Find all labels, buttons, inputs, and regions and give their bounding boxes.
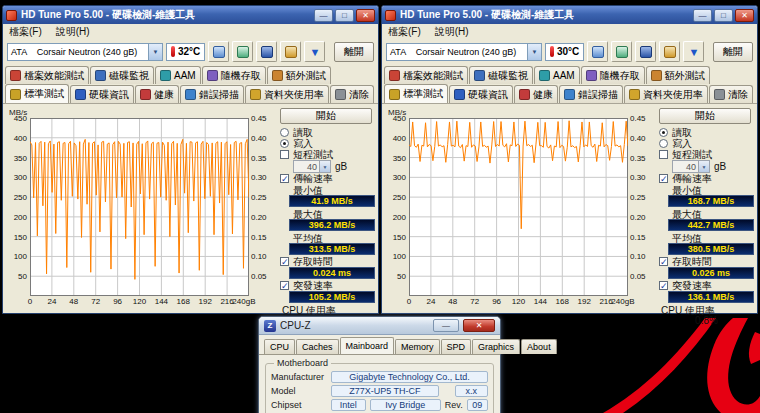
tab-label: 錯誤掃描 — [199, 88, 239, 102]
start-button[interactable]: 開始 — [659, 108, 751, 124]
minimize-button[interactable] — [433, 319, 459, 332]
chevron-down-icon[interactable] — [148, 44, 162, 60]
chevron-down-icon[interactable] — [527, 44, 541, 60]
tab-label: 清除 — [349, 88, 369, 102]
close-button[interactable] — [356, 9, 375, 22]
tab-extra-tests[interactable]: 額外測試 — [267, 66, 331, 84]
tab-info[interactable]: 硬碟資訊 — [70, 85, 134, 103]
avg-value: 313.5 MB/s — [289, 243, 375, 255]
cpuz-tab-graphics[interactable]: Graphics — [472, 339, 520, 354]
short-stroke-checkbox[interactable]: 短程測試 — [280, 149, 375, 160]
cpuz-tab-about[interactable]: About — [521, 339, 557, 354]
drive-select[interactable]: ATA Corsair Neutron (240 gB) — [386, 43, 542, 61]
transfer-rate-checkbox[interactable]: 傳輸速率 — [280, 173, 375, 184]
tab-aam[interactable]: AAM — [534, 66, 580, 84]
maximize-button[interactable] — [714, 9, 733, 22]
menu-help[interactable]: 說明(H) — [435, 25, 469, 39]
tab-label: 標準測試 — [403, 87, 443, 101]
y-axis-left-labels: 45040035030025020015010050 — [385, 118, 408, 296]
y-axis-tick: 350 — [393, 154, 406, 163]
tab-benchmark[interactable]: 標準測試 — [5, 84, 69, 103]
save-button[interactable] — [635, 41, 656, 62]
window-controls — [314, 9, 375, 22]
download-button[interactable] — [304, 41, 325, 62]
tab-health[interactable]: 健康 — [135, 85, 179, 103]
tab-erase[interactable]: 清除 — [330, 85, 374, 103]
options-button[interactable] — [280, 41, 301, 62]
tab-random-access[interactable]: 隨機存取 — [581, 66, 645, 84]
model-field: Z77X-UP5 TH-CF — [331, 385, 439, 397]
tab-disk-monitor[interactable]: 磁碟監視 — [469, 66, 533, 84]
screenshot-button[interactable] — [232, 41, 253, 62]
cpuz-title-bar[interactable]: Z CPU-Z — [259, 317, 500, 335]
tab-health[interactable]: 健康 — [514, 85, 558, 103]
close-button[interactable] — [735, 9, 754, 22]
close-button[interactable] — [463, 319, 495, 332]
title-bar[interactable]: HD Tune Pro 5.00 - 硬碟檢測-維護工具 — [3, 6, 378, 24]
minimize-button[interactable] — [314, 9, 333, 22]
access-time-checkbox[interactable]: 存取時間 — [659, 256, 754, 267]
x-axis-tick: 192 — [199, 297, 212, 306]
maximize-button[interactable] — [335, 9, 354, 22]
x-axis-tick: 48 — [448, 297, 457, 306]
checkbox-icon — [280, 174, 289, 183]
drive-select[interactable]: ATA Corsair Neutron (240 gB) — [7, 43, 163, 61]
x-axis-tick: 120 — [133, 297, 146, 306]
tab-label: 健康 — [533, 88, 553, 102]
exit-button[interactable]: 離開 — [713, 42, 753, 62]
cpu-usage-value: 0.8% — [659, 315, 754, 326]
tab-file-benchmark[interactable]: 檔案效能測試 — [384, 66, 468, 84]
hdtune-app-icon — [385, 10, 396, 21]
menu-file[interactable]: 檔案(F) — [9, 25, 42, 39]
tab-erase[interactable]: 清除 — [709, 85, 753, 103]
tab-aam[interactable]: AAM — [155, 66, 201, 84]
screenshot-button[interactable] — [611, 41, 632, 62]
tab-folder-usage[interactable]: 資料夾使用率 — [624, 85, 708, 103]
y2-axis-tick: 0.15 — [251, 233, 267, 242]
cpuz-window-title: CPU-Z — [280, 320, 429, 331]
cpuz-tab-spd[interactable]: SPD — [441, 339, 472, 354]
tab-disk-monitor-icon — [95, 70, 106, 81]
cpuz-tab-caches[interactable]: Caches — [296, 339, 339, 354]
manufacturer-label: Manufacturer — [271, 372, 327, 382]
tab-label: 隨機存取 — [600, 69, 640, 83]
tab-file-benchmark-icon — [10, 70, 21, 81]
access-time-checkbox[interactable]: 存取時間 — [280, 256, 375, 267]
menu-help[interactable]: 說明(H) — [56, 25, 90, 39]
menu-file[interactable]: 檔案(F) — [388, 25, 421, 39]
burst-rate-checkbox[interactable]: 突發速率 — [659, 280, 754, 291]
tab-label: 清除 — [728, 88, 748, 102]
exit-button[interactable]: 離開 — [334, 42, 374, 62]
transfer-rate-checkbox[interactable]: 傳輸速率 — [659, 173, 754, 184]
tab-folder-usage-icon — [250, 89, 261, 100]
burst-rate-checkbox[interactable]: 突發速率 — [280, 280, 375, 291]
cpuz-tab-mainboard[interactable]: Mainboard — [340, 337, 395, 354]
avg-label: 平均值 — [659, 232, 754, 243]
save-button[interactable] — [256, 41, 277, 62]
checkbox-icon — [280, 257, 289, 266]
tab-error-scan[interactable]: 錯誤掃描 — [180, 85, 244, 103]
short-stroke-checkbox[interactable]: 短程測試 — [659, 149, 754, 160]
download-button[interactable] — [683, 41, 704, 62]
copy-button[interactable] — [208, 41, 229, 62]
tab-aam-icon — [160, 70, 171, 81]
minimize-button[interactable] — [693, 9, 712, 22]
hdtune-app-icon — [6, 10, 17, 21]
options-button[interactable] — [659, 41, 680, 62]
y2-axis-tick: 0.40 — [630, 134, 646, 143]
cpuz-tab-memory[interactable]: Memory — [395, 339, 440, 354]
screenshot-icon — [237, 46, 249, 58]
title-bar[interactable]: HD Tune Pro 5.00 - 硬碟檢測-維護工具 — [382, 6, 757, 24]
tab-health-icon — [519, 89, 530, 100]
cpuz-tab-cpu[interactable]: CPU — [264, 339, 295, 354]
copy-button[interactable] — [587, 41, 608, 62]
tab-folder-usage[interactable]: 資料夾使用率 — [245, 85, 329, 103]
tab-info[interactable]: 硬碟資訊 — [449, 85, 513, 103]
tab-error-scan[interactable]: 錯誤掃描 — [559, 85, 623, 103]
start-button[interactable]: 開始 — [280, 108, 372, 124]
tab-extra-tests[interactable]: 額外測試 — [646, 66, 710, 84]
tab-disk-monitor[interactable]: 磁碟監視 — [90, 66, 154, 84]
tab-random-access[interactable]: 隨機存取 — [202, 66, 266, 84]
tab-file-benchmark[interactable]: 檔案效能測試 — [5, 66, 89, 84]
tab-benchmark[interactable]: 標準測試 — [384, 84, 448, 103]
